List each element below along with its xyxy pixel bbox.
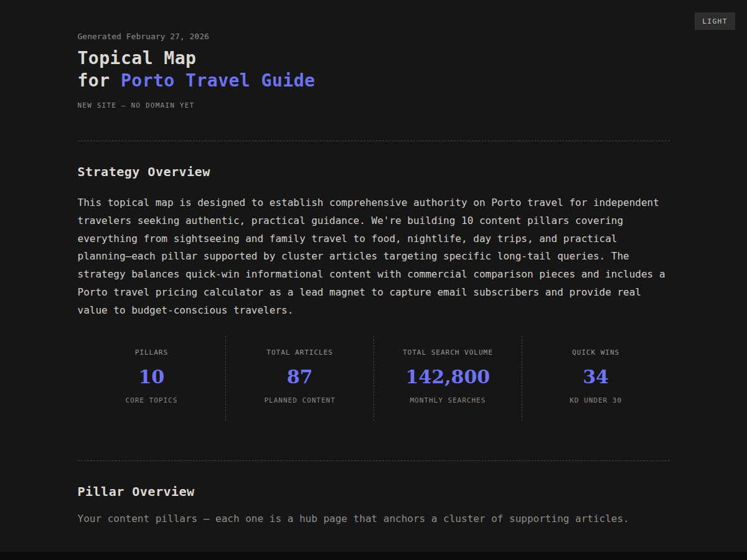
stat-sublabel: KD UNDER 30 [522, 396, 670, 404]
stat-label: PILLARS [78, 348, 226, 357]
stat-label: TOTAL SEARCH VOLUME [374, 348, 522, 357]
stat-value: 142,800 [374, 366, 522, 388]
stat-total-articles: TOTAL ARTICLES 87 PLANNED CONTENT [225, 336, 374, 421]
stat-total-search-volume: TOTAL SEARCH VOLUME 142,800 MONTHLY SEAR… [374, 336, 522, 421]
stat-value: 87 [226, 366, 374, 388]
stat-label: TOTAL ARTICLES [226, 348, 374, 357]
stat-label: QUICK WINS [522, 348, 670, 357]
pillar-overview-subtitle: Your content pillars — each one is a hub… [78, 513, 670, 525]
section-divider [78, 141, 670, 141]
page-title-line1: Topical Map [78, 48, 197, 68]
page-title-line2-prefix: for [78, 70, 121, 91]
page-title-site-name: Porto Travel Guide [121, 70, 315, 91]
site-status-badge: NEW SITE — NO DOMAIN YET [78, 101, 670, 110]
viewport-bottom-edge [0, 552, 747, 560]
report-container: Generated February 27, 2026 Topical Mapf… [78, 0, 670, 525]
stats-row: PILLARS 10 CORE TOPICS TOTAL ARTICLES 87… [78, 336, 670, 421]
strategy-overview-text: This topical map is designed to establis… [78, 194, 670, 320]
stat-sublabel: PLANNED CONTENT [226, 396, 374, 404]
strategy-overview-heading: Strategy Overview [78, 164, 670, 179]
page-title: Topical Mapfor Porto Travel Guide [78, 47, 670, 92]
pillar-overview-heading: Pillar Overview [78, 484, 670, 499]
stat-pillars: PILLARS 10 CORE TOPICS [78, 336, 226, 421]
stat-sublabel: CORE TOPICS [78, 396, 226, 404]
stat-sublabel: MONTHLY SEARCHES [374, 396, 522, 404]
stat-value: 34 [522, 366, 670, 388]
theme-toggle-button[interactable]: LIGHT [695, 12, 735, 30]
stat-value: 10 [78, 366, 226, 388]
section-divider [78, 460, 670, 461]
generated-date: Generated February 27, 2026 [78, 32, 670, 41]
stat-quick-wins: QUICK WINS 34 KD UNDER 30 [522, 336, 670, 421]
